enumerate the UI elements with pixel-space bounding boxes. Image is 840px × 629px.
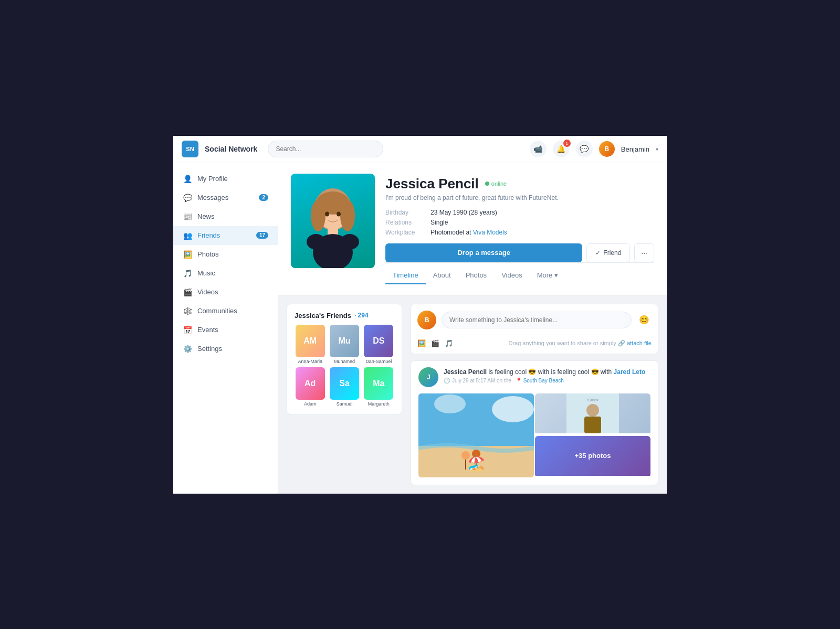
sidebar-item-events[interactable]: 📅 Events <box>173 321 278 339</box>
friend-item[interactable]: Ma Margareth <box>363 367 394 407</box>
tab-about[interactable]: About <box>426 267 458 284</box>
sidebar-item-my-profile[interactable]: 👤 My Profile <box>173 169 278 188</box>
more-photos[interactable]: +35 photos <box>535 436 650 477</box>
svg-point-13 <box>434 395 466 413</box>
post-images: iStock +35 photos <box>411 393 658 485</box>
svg-point-3 <box>311 200 326 231</box>
logo-text: Social Network <box>205 145 257 153</box>
tab-videos[interactable]: Videos <box>494 267 530 284</box>
profile-details: Birthday 23 May 1990 (28 years) Relation… <box>385 209 654 236</box>
more-options-button[interactable]: ··· <box>634 243 654 262</box>
birthday-value: 23 May 1990 (28 years) <box>430 209 497 216</box>
svg-text:iStock: iStock <box>587 398 599 402</box>
friend-avatar-initials: Ma <box>364 367 393 400</box>
post-tagged-user[interactable]: Jared Leto <box>614 368 646 376</box>
friend-item[interactable]: DS Dan-Samuel <box>363 325 394 364</box>
drag-text: Drag anything you want to share or simpl… <box>508 340 616 346</box>
video-icon: 🎬 <box>431 339 439 347</box>
notifications-icon[interactable]: 🔔 1 <box>553 141 570 157</box>
sidebar-item-communities[interactable]: 🕸️ Communities <box>173 302 278 321</box>
tab-photos[interactable]: Photos <box>458 267 494 284</box>
friend-label: Friend <box>603 249 621 257</box>
sidebar-item-settings[interactable]: ⚙️ Settings <box>173 339 278 358</box>
music-attach-action[interactable]: 🎵 <box>445 339 453 347</box>
attach-file-link[interactable]: 🔗 attach file <box>618 340 652 347</box>
news-icon: 📰 <box>183 212 192 221</box>
friend-avatar: Sa <box>330 367 359 400</box>
messages-icon: 💬 <box>183 193 192 202</box>
content-area: Jessica's Friends · 294 AM Anna-Maria Mu… <box>278 295 667 494</box>
friend-button[interactable]: ✓ Friend <box>586 243 630 262</box>
messages-icon[interactable]: 💬 <box>576 141 593 157</box>
svg-point-16 <box>472 450 480 458</box>
left-column: Jessica's Friends · 294 AM Anna-Maria Mu… <box>287 304 402 485</box>
friend-name: Adam <box>304 401 317 407</box>
sidebar-item-news[interactable]: 📰 News <box>173 207 278 226</box>
friend-item[interactable]: Ad Adam <box>295 367 326 407</box>
post-location[interactable]: 📍 South Bay Beach <box>516 378 564 383</box>
friend-avatar: Mu <box>330 325 359 357</box>
post-composer: B 😊 🖼️ 🎬 🎵 <box>411 304 658 354</box>
svg-point-15 <box>461 451 470 460</box>
relations-value: Single <box>430 219 448 226</box>
friends-title-text: Jessica's Friends <box>295 312 351 319</box>
sidebar-item-friends[interactable]: 👥 Friends 17 <box>173 226 278 245</box>
sidebar-label-news: News <box>197 212 215 220</box>
workplace-label: Workplace <box>385 229 422 236</box>
friend-item[interactable]: Mu Muhamed <box>329 325 360 364</box>
profile-photo <box>291 174 375 268</box>
friend-item[interactable]: AM Anna-Maria <box>295 325 326 364</box>
online-dot <box>485 182 489 186</box>
main-content: Jessica Pencil online I'm proud of being… <box>278 163 667 494</box>
svg-point-8 <box>340 234 359 250</box>
friends-icon: 👥 <box>183 231 192 240</box>
avatar: B <box>599 141 615 157</box>
friend-avatar: Ma <box>364 367 393 400</box>
profile-tabs: TimelineAboutPhotosVideosMore ▾ <box>385 262 654 284</box>
chevron-down-icon[interactable]: ▾ <box>656 146 658 152</box>
logo-mark: SN <box>182 141 198 157</box>
friend-name: Muhamed <box>334 359 355 364</box>
search-input[interactable] <box>268 141 383 157</box>
tab-timeline[interactable]: Timeline <box>385 267 426 284</box>
friend-name: Samuel <box>337 401 353 407</box>
post-feeling-text: is feeling cool 😎 with <box>551 368 612 376</box>
friend-name: Anna-Maria <box>298 359 322 364</box>
composer-top: B 😊 <box>417 311 652 329</box>
svg-point-9 <box>325 211 329 216</box>
video-attach-action[interactable]: 🎬 <box>431 339 439 347</box>
sidebar-label-videos: Videos <box>197 288 218 296</box>
friends-widget: Jessica's Friends · 294 AM Anna-Maria Mu… <box>287 304 402 414</box>
my-profile-icon: 👤 <box>183 174 192 184</box>
events-icon: 📅 <box>183 325 192 335</box>
more-photos-count: +35 photos <box>575 452 611 460</box>
tab-more[interactable]: More ▾ <box>530 267 565 284</box>
profile-name: Jessica Pencil <box>385 176 479 192</box>
communities-icon: 🕸️ <box>183 306 192 316</box>
beach-image-bg <box>418 393 534 477</box>
photo-attach-action[interactable]: 🖼️ <box>417 339 426 347</box>
beach-photo[interactable] <box>418 393 534 477</box>
drop-message-button[interactable]: Drop a message <box>385 243 582 262</box>
video-call-icon[interactable]: 📹 <box>530 141 547 157</box>
workplace-link[interactable]: Viva Models <box>473 229 507 236</box>
sidebar-item-messages[interactable]: 💬 Messages 2 <box>173 188 278 207</box>
sidebar: 👤 My Profile 💬 Messages 2 📰 News 👥 Frien… <box>173 163 278 494</box>
svg-point-4 <box>340 200 355 231</box>
timeline-input[interactable] <box>442 312 632 328</box>
sidebar-item-photos[interactable]: 🖼️ Photos <box>173 245 278 264</box>
music-icon: 🎵 <box>445 339 453 347</box>
app-body: 👤 My Profile 💬 Messages 2 📰 News 👥 Frien… <box>173 163 667 494</box>
right-column: B 😊 🖼️ 🎬 🎵 <box>411 304 658 485</box>
model-svg: iStock <box>535 393 650 433</box>
post-feeling: is feeling cool 😎 with <box>488 368 551 376</box>
model-photo[interactable]: iStock <box>535 393 650 435</box>
friend-avatar: Ad <box>296 367 325 400</box>
sidebar-item-videos[interactable]: 🎬 Videos <box>173 283 278 302</box>
friend-item[interactable]: Sa Samuel <box>329 367 360 407</box>
model-image-bg: iStock <box>535 393 650 433</box>
emoji-button[interactable]: 😊 <box>637 313 652 327</box>
sidebar-item-music[interactable]: 🎵 Music <box>173 264 278 283</box>
profile-silhouette-svg <box>296 184 370 268</box>
sidebar-label-events: Events <box>197 326 218 334</box>
